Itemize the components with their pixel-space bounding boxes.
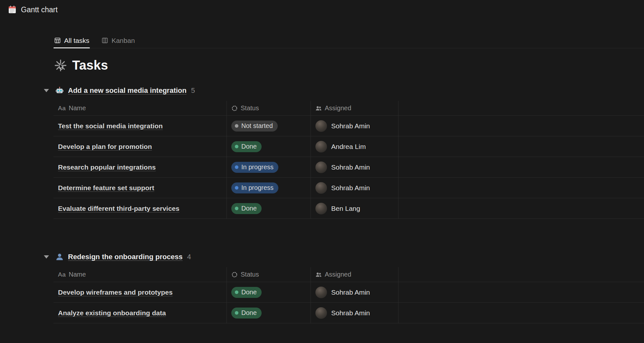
assignee-name: Sohrab Amin [331, 309, 370, 317]
cell-status[interactable]: Not started [227, 116, 311, 136]
column-header-filler [399, 101, 644, 115]
tasks-table: Aa Name Status [53, 101, 644, 219]
avatar [315, 120, 327, 132]
cell-status[interactable]: Done [227, 303, 311, 323]
group-title[interactable]: Add a new social media integration [68, 86, 187, 95]
table-icon [54, 37, 61, 44]
table-row: Evaluate different third-party services … [53, 198, 644, 219]
group-header: Redesign the onboarding process 4 [43, 251, 644, 263]
status-badge[interactable]: In progress [231, 162, 278, 173]
cell-name[interactable]: Develop a plan for promotion [53, 136, 227, 157]
avatar [315, 307, 327, 319]
cell-assigned[interactable]: Sohrab Amin [311, 178, 399, 198]
assignee-name: Ben Lang [331, 205, 360, 212]
toggle-icon[interactable] [43, 255, 50, 259]
task-link[interactable]: Analyze existing onboarding data [58, 309, 166, 317]
text-property-icon: Aa [58, 105, 66, 112]
column-label: Status [241, 104, 259, 112]
task-link[interactable]: Develop wireframes and prototypes [58, 289, 173, 296]
table-body: Test the social media integration Not st… [53, 116, 644, 219]
cell-assigned[interactable]: Ben Lang [311, 198, 399, 219]
cell-assigned[interactable]: Sohrab Amin [311, 303, 399, 323]
table-header-row: Aa Name Status [53, 101, 644, 116]
task-group: Redesign the onboarding process 4 Aa Nam… [53, 251, 644, 323]
assignee-name: Sohrab Amin [331, 122, 370, 130]
status-badge[interactable]: Not started [231, 121, 278, 132]
status-badge[interactable]: In progress [231, 182, 278, 193]
status-badge[interactable]: Done [231, 203, 262, 214]
app-header: Gantt chart [0, 0, 644, 19]
column-header-assigned[interactable]: Assigned [311, 267, 399, 282]
table-body: Develop wireframes and prototypes Done S… [53, 282, 644, 323]
avatar [315, 287, 327, 298]
cell-name[interactable]: Develop wireframes and prototypes [53, 282, 227, 302]
column-header-filler [399, 267, 644, 282]
status-badge[interactable]: Done [231, 141, 262, 152]
status-label: Done [241, 289, 257, 296]
cell-name[interactable]: Determine feature set support [53, 178, 227, 198]
task-link[interactable]: Develop a plan for promotion [58, 143, 152, 151]
status-label: Not started [241, 122, 273, 130]
status-label: In progress [241, 184, 274, 191]
group-header: Add a new social media integration 5 [43, 85, 644, 96]
avatar [315, 203, 327, 214]
cell-status[interactable]: In progress [227, 178, 311, 198]
group-count: 4 [187, 253, 191, 261]
people-icon [315, 271, 322, 278]
assignee-name: Sohrab Amin [331, 184, 370, 192]
column-header-name[interactable]: Aa Name [53, 267, 227, 282]
status-dot-icon [235, 165, 238, 169]
cell-name[interactable]: Analyze existing onboarding data [53, 303, 227, 323]
status-label: In progress [241, 163, 274, 171]
cell-filler [399, 178, 644, 198]
group-title[interactable]: Redesign the onboarding process [68, 253, 183, 261]
column-header-assigned[interactable]: Assigned [311, 101, 399, 115]
board-icon [101, 37, 108, 44]
person-icon [55, 253, 64, 261]
cell-status[interactable]: Done [227, 136, 311, 157]
tab-label: All tasks [64, 37, 89, 44]
status-dot-icon [235, 207, 238, 210]
assignee-name: Sohrab Amin [331, 289, 370, 296]
table-row: Determine feature set support In progres… [53, 178, 644, 198]
task-link[interactable]: Determine feature set support [58, 184, 154, 192]
page-breadcrumb-title[interactable]: Gantt chart [21, 5, 58, 14]
column-header-name[interactable]: Aa Name [53, 101, 227, 115]
column-label: Assigned [325, 271, 351, 278]
avatar [315, 162, 327, 173]
table-row: Develop a plan for promotion Done Andrea… [53, 136, 644, 157]
cell-assigned[interactable]: Sohrab Amin [311, 157, 399, 177]
column-header-status[interactable]: Status [227, 267, 311, 282]
status-dot-icon [235, 124, 238, 128]
page-title-row: Tasks [53, 58, 644, 73]
status-badge[interactable]: Done [231, 287, 262, 298]
cell-assigned[interactable]: Andrea Lim [311, 136, 399, 157]
cell-status[interactable]: Done [227, 282, 311, 302]
column-header-status[interactable]: Status [227, 101, 311, 115]
cell-name[interactable]: Test the social media integration [53, 116, 227, 136]
cell-assigned[interactable]: Sohrab Amin [311, 282, 399, 302]
status-badge[interactable]: Done [231, 308, 262, 318]
table-header-row: Aa Name Status [53, 267, 644, 282]
calendar-icon [8, 5, 17, 14]
task-link[interactable]: Evaluate different third-party services [58, 205, 179, 212]
cell-status[interactable]: Done [227, 198, 311, 219]
status-dot-icon [235, 186, 238, 190]
cell-status[interactable]: In progress [227, 157, 311, 177]
tab-all-tasks[interactable]: All tasks [53, 33, 90, 48]
cell-assigned[interactable]: Sohrab Amin [311, 116, 399, 136]
cell-name[interactable]: Research popular integrations [53, 157, 227, 177]
task-link[interactable]: Research popular integrations [58, 163, 156, 171]
column-label: Assigned [325, 104, 351, 112]
tab-kanban[interactable]: Kanban [101, 33, 135, 48]
avatar [315, 182, 327, 194]
status-dot-icon [235, 290, 238, 294]
task-group: Add a new social media integration 5 Aa … [53, 85, 644, 219]
toggle-icon[interactable] [43, 89, 50, 92]
status-property-icon [231, 271, 238, 278]
page-title: Tasks [72, 58, 108, 73]
task-groups: Add a new social media integration 5 Aa … [53, 85, 644, 323]
task-link[interactable]: Test the social media integration [58, 122, 163, 130]
status-property-icon [231, 105, 238, 112]
cell-name[interactable]: Evaluate different third-party services [53, 198, 227, 219]
